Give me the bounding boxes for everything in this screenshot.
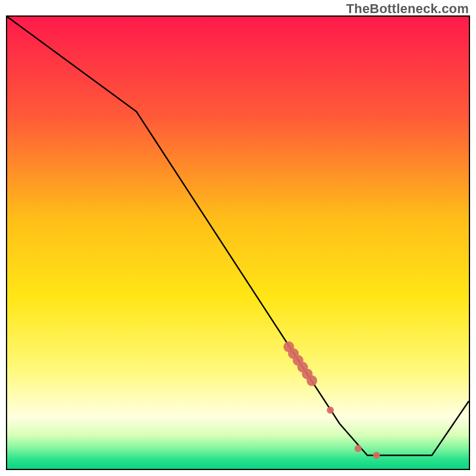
scatter-dot — [327, 406, 334, 414]
watermark-text: TheBottleneck.com — [346, 1, 469, 17]
scatter-dot — [373, 452, 380, 459]
chart-canvas — [7, 17, 469, 469]
scatter-dot — [355, 445, 362, 452]
gradient-background — [7, 17, 469, 469]
chart-frame — [6, 15, 470, 470]
scatter-dot — [306, 375, 317, 386]
